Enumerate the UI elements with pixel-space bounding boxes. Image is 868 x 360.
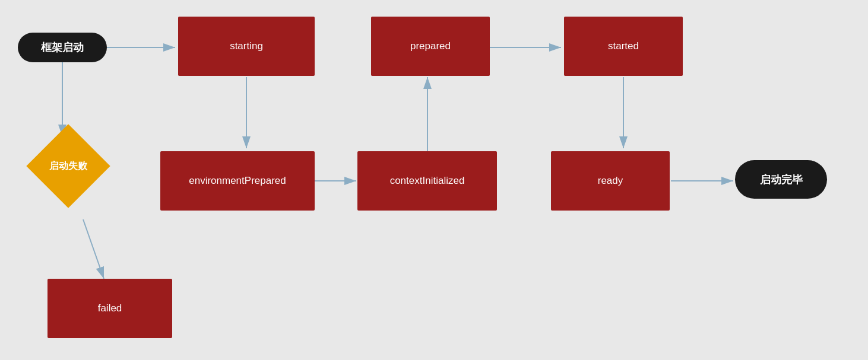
node-starting: starting (178, 17, 315, 76)
node-context-initialized: contextInitialized (357, 151, 497, 211)
node-prepared: prepared (371, 17, 490, 76)
svg-line-9 (83, 219, 104, 279)
node-started: started (564, 17, 683, 76)
node-ready: ready (551, 151, 670, 211)
node-startup-complete: 启动完毕 (735, 160, 827, 199)
diagram-container: 框架启动 starting prepared started 启动失败 envi… (0, 0, 868, 360)
node-failed: failed (47, 279, 172, 338)
node-environment-prepared: environmentPrepared (160, 151, 315, 211)
node-failure: 启动失败 (33, 130, 104, 202)
node-framework-start: 框架启动 (18, 33, 107, 62)
